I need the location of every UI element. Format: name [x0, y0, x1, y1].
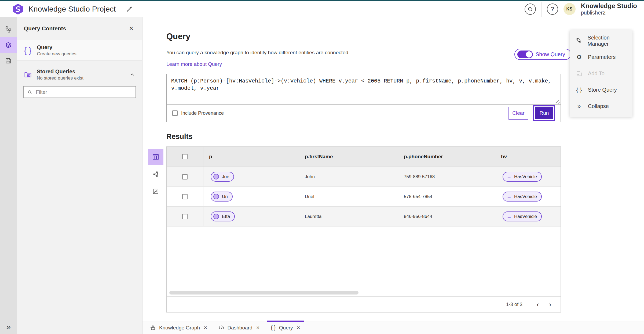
- column-header-firstname[interactable]: p.firstName: [299, 147, 398, 167]
- chart-view-button[interactable]: [148, 184, 163, 199]
- rail-item-layers-active[interactable]: [0, 37, 17, 53]
- collapse-panel-button[interactable]: » Collapse: [570, 98, 632, 114]
- row-checkbox[interactable]: [182, 194, 188, 199]
- header-right: ? KS Knowledge Studio publisher2: [525, 2, 644, 17]
- header-checkbox-cell: [167, 147, 203, 167]
- node-label: Etta: [222, 214, 230, 219]
- resize-grip-icon[interactable]: [556, 100, 560, 104]
- avatar[interactable]: KS: [564, 3, 576, 15]
- include-provenance-checkbox[interactable]: [172, 110, 178, 116]
- person-node-pill[interactable]: Uri: [211, 192, 233, 202]
- close-tab-icon[interactable]: ✕: [256, 325, 259, 330]
- results-view-switcher: [148, 149, 163, 199]
- add-to-icon: [576, 70, 583, 77]
- edit-title-button[interactable]: [126, 6, 133, 13]
- clear-button[interactable]: Clear: [508, 107, 528, 120]
- query-item-text: Query Create new queries: [37, 44, 76, 57]
- rail-item-knowledge-graph[interactable]: [0, 22, 17, 37]
- stored-queries-folder-icon: [24, 71, 32, 79]
- column-header-phonenumber[interactable]: p.phoneNumber: [398, 147, 495, 167]
- next-page-button[interactable]: ›: [544, 299, 556, 310]
- tab-knowledge-graph[interactable]: Knowledge Graph ✕: [146, 321, 211, 334]
- firstname-cell: Lauretta: [299, 207, 398, 226]
- rail-expand-button[interactable]: »: [0, 322, 17, 331]
- tab-query-active[interactable]: { } Query ✕: [267, 321, 304, 334]
- edge-pill[interactable]: → HasVehicle: [503, 172, 542, 182]
- add-to-label: Add To: [588, 70, 605, 77]
- stored-queries-title: Stored Queries: [37, 69, 83, 75]
- hv-cell: → HasVehicle: [495, 207, 561, 226]
- learn-more-link[interactable]: Learn more about Query: [166, 61, 222, 67]
- table-view-button[interactable]: [148, 149, 163, 165]
- show-query-toggle[interactable]: Show Query: [514, 49, 571, 60]
- row-checkbox[interactable]: [182, 174, 188, 179]
- help-button[interactable]: ?: [547, 3, 558, 15]
- run-button[interactable]: Run: [535, 107, 553, 119]
- selection-manager-icon: [576, 37, 582, 44]
- layers-icon: [5, 41, 12, 49]
- pagination-label: 1-3 of 3: [506, 302, 522, 307]
- query-description: You can query a knowledge graph to ident…: [166, 50, 350, 56]
- previous-page-button[interactable]: ‹: [532, 299, 544, 310]
- panel-close-button[interactable]: ✕: [129, 25, 134, 32]
- panel-item-query[interactable]: { } Query Create new queries: [17, 40, 142, 61]
- braces-icon: { }: [24, 46, 31, 55]
- include-provenance-label: Include Provenance: [181, 110, 224, 116]
- p-cell: Joe: [203, 167, 299, 186]
- collapse-label: Collapse: [588, 103, 609, 109]
- firstname-cell: John: [299, 167, 398, 186]
- search-button[interactable]: [525, 3, 536, 15]
- toggle-knob: [526, 51, 532, 58]
- parameters-label: Parameters: [588, 54, 616, 60]
- edge-pill[interactable]: → HasVehicle: [503, 192, 542, 202]
- collapse-double-chevron-icon: »: [576, 103, 583, 109]
- row-checkbox-cell: [167, 167, 203, 186]
- stored-queries-text: Stored Queries No stored queries exist: [37, 69, 83, 81]
- parameters-button[interactable]: ⚙ Parameters: [570, 49, 632, 65]
- table-row[interactable]: Etta Lauretta 846-956-8644 → HasVehicle: [167, 207, 561, 227]
- table-row[interactable]: Joe John 759-889-57168 → HasVehicle: [167, 167, 561, 187]
- p-cell: Etta: [203, 207, 299, 226]
- horizontal-scrollbar-thumb[interactable]: [169, 291, 358, 295]
- expand-double-chevron-icon: »: [6, 322, 11, 331]
- left-rail: »: [0, 17, 17, 334]
- store-query-braces-icon: { }: [576, 87, 583, 93]
- store-query-button[interactable]: { } Store Query: [570, 82, 632, 98]
- filter-input[interactable]: [36, 89, 132, 95]
- filter-field: [23, 86, 136, 98]
- edge-pill[interactable]: → HasVehicle: [503, 211, 542, 221]
- selection-manager-button[interactable]: Selection Manager: [570, 33, 632, 49]
- rail-item-saved[interactable]: [0, 53, 17, 69]
- table-row[interactable]: Uri Uriel 578-654-7854 → HasVehicle: [167, 187, 561, 207]
- chevron-right-icon: ›: [549, 300, 551, 309]
- query-tab-braces-icon: { }: [271, 325, 276, 331]
- person-node-pill[interactable]: Etta: [211, 211, 235, 221]
- query-item-title: Query: [37, 44, 76, 51]
- search-icon: [527, 6, 533, 12]
- results-footer: 1-3 of 3 ‹ ›: [167, 296, 561, 312]
- chart-view-icon: [152, 188, 159, 195]
- stored-queries-section[interactable]: Stored Queries No stored queries exist: [17, 65, 142, 84]
- column-header-hv[interactable]: hv: [495, 147, 561, 167]
- column-header-p[interactable]: p: [203, 147, 299, 167]
- close-tab-icon[interactable]: ✕: [204, 325, 207, 330]
- person-node-pill[interactable]: Joe: [211, 172, 234, 182]
- tab-dashboard[interactable]: Dashboard ✕: [214, 321, 264, 334]
- toggle-on-icon: [517, 51, 533, 58]
- query-input[interactable]: MATCH (p:Person)-[hv:HasVehicle]->(v:Veh…: [167, 74, 561, 104]
- node-dot-icon: [213, 214, 219, 219]
- stored-queries-collapse-button[interactable]: [129, 72, 135, 78]
- stored-queries-subtitle: No stored queries exist: [37, 76, 83, 81]
- query-editor-box: MATCH (p:Person)-[hv:HasVehicle]->(v:Veh…: [166, 74, 561, 122]
- filter-search-icon: [27, 89, 32, 95]
- close-tab-icon[interactable]: ✕: [297, 325, 300, 330]
- graph-view-button[interactable]: [148, 166, 163, 182]
- row-checkbox[interactable]: [182, 214, 188, 219]
- edge-arrow-icon: →: [507, 174, 511, 179]
- panel-gap: [17, 61, 142, 65]
- close-icon: ✕: [129, 25, 134, 31]
- edge-arrow-icon: →: [507, 214, 511, 219]
- project-title: Knowledge Studio Project: [28, 5, 116, 13]
- select-all-checkbox[interactable]: [182, 154, 188, 159]
- top-accent-bar: [0, 0, 644, 1]
